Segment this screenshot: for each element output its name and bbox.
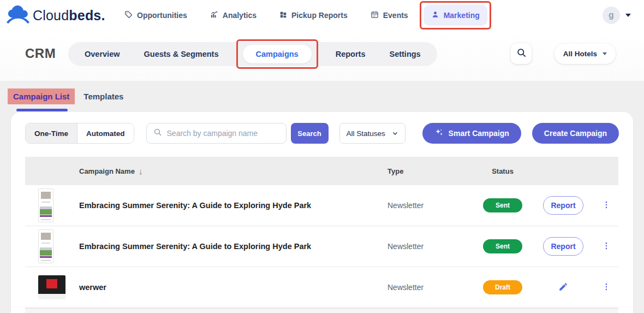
smart-campaign-button[interactable]: Smart Campaign [422,123,521,144]
nav-item-pickup-reports[interactable]: Pickup Reports [272,5,355,26]
active-subtab-underline [16,109,68,111]
nav-item-marketing[interactable]: Marketing [424,5,487,26]
status-filter-select[interactable]: All Statuses [339,123,406,144]
sort-descending-icon: ↓ [139,167,143,176]
tag-icon [124,10,133,20]
kebab-cell [594,280,618,296]
cloudbeds-cloud-icon [5,3,31,27]
campaign-name: werwer [79,283,374,292]
action-cell: Report [533,237,594,256]
search-button[interactable]: Search [291,123,329,144]
subtab-bar: Campaign List Templates [13,88,123,104]
tab-campaigns[interactable]: Campaigns [243,45,312,63]
create-campaign-button[interactable]: Create Campaign [532,123,619,144]
nav-label-marketing: Marketing [444,11,480,20]
table-footer-strip [25,308,618,313]
row-menu-button[interactable] [599,239,613,255]
tab-guests-segments[interactable]: Guests & Segments [144,50,219,58]
user-menu: g [603,7,631,24]
campaign-search-box [146,123,287,144]
report-button[interactable]: Report [543,196,583,215]
campaign-type: Newsletter [374,242,473,251]
status-filter-value: All Statuses [347,129,385,138]
crm-header-band: CRM Overview Guests & Segments Campaigns… [0,31,644,81]
row-menu-button[interactable] [599,198,613,214]
calendar-icon [371,10,379,20]
campaign-name-header-label: Campaign Name [79,167,135,175]
campaign-thumbnail [38,275,65,299]
grid-icon [279,11,287,20]
edit-button[interactable] [556,280,570,296]
status-cell: Sent [473,239,533,253]
action-cell [533,280,594,296]
status-cell: Sent [473,198,533,212]
tab-overview[interactable]: Overview [85,50,120,58]
table-header-row: Campaign Name ↓ Type Status [25,157,618,185]
campaign-name: Embracing Summer Serenity: A Guide to Ex… [79,201,374,210]
column-header-type: Type [374,167,473,175]
column-header-campaign-name[interactable]: Campaign Name ↓ [79,167,374,176]
nav-label-opportunities: Opportunities [137,11,187,20]
content-area: Campaign List Templates One-Time Automat… [0,81,644,313]
global-search-button[interactable] [511,43,532,64]
search-icon [516,48,527,60]
column-header-status: Status [473,167,533,175]
tab-settings[interactable]: Settings [389,50,420,58]
table-row[interactable]: werwer Newsletter Draft [25,267,618,308]
table-body: Embracing Summer Serenity: A Guide to Ex… [25,185,618,308]
toggle-automated[interactable]: Automated [77,123,134,143]
cloudbeds-logo[interactable]: Cloudbeds. [5,3,112,27]
cloudbeds-crm-screen: Cloudbeds. Opportunities [0,0,644,313]
campaign-type: Newsletter [374,283,473,292]
report-button[interactable]: Report [543,237,583,256]
top-nav-items: Opportunities Analytics [117,5,487,26]
subtab-campaign-list[interactable]: Campaign List [8,88,75,104]
filter-toolbar: One-Time Automated Search All Statuses [25,123,619,144]
table-row[interactable]: Embracing Summer Serenity: A Guide to Ex… [25,185,618,226]
nav-item-events[interactable]: Events [363,5,416,26]
thumbnail-cell [25,229,79,263]
campaign-thumbnail [38,229,53,263]
user-menu-caret-icon[interactable] [625,14,631,17]
nav-label-analytics: Analytics [223,11,257,20]
kebab-menu-icon [601,282,611,293]
action-cell: Report [533,196,594,215]
kebab-menu-icon [601,241,611,252]
cloudbeds-wordmark: Cloudbeds. [33,8,105,23]
tab-campaigns-label: Campaigns [256,50,299,58]
crm-tab-bar: Overview Guests & Segments Campaigns Rep… [68,42,437,66]
row-menu-button[interactable] [599,280,613,296]
kebab-cell [594,239,618,255]
campaign-thumbnail [38,188,53,222]
nav-label-events: Events [383,11,408,20]
status-badge: Sent [483,239,522,253]
kebab-cell [594,198,618,214]
kebab-menu-icon [601,200,611,211]
status-badge: Draft [483,280,522,294]
nav-item-analytics[interactable]: Analytics [202,5,264,26]
table-row[interactable]: Embracing Summer Serenity: A Guide to Ex… [25,226,618,267]
user-avatar[interactable]: g [603,7,620,24]
smart-campaign-label: Smart Campaign [449,129,509,138]
tab-reports[interactable]: Reports [336,50,366,58]
status-badge: Sent [483,198,522,212]
chevron-down-icon [603,52,607,55]
campaign-table: Campaign Name ↓ Type Status Embracing Su… [25,157,618,308]
top-navigation-bar: Cloudbeds. Opportunities [0,0,644,31]
person-icon [431,10,439,20]
campaign-search-input[interactable] [167,129,279,138]
nav-item-opportunities[interactable]: Opportunities [117,5,195,26]
pencil-icon [558,282,568,293]
campaign-type: Newsletter [374,201,473,210]
campaign-list-card: One-Time Automated Search All Statuses [11,112,633,313]
nav-label-pickup-reports: Pickup Reports [291,11,348,20]
page-title: CRM [25,46,56,61]
campaign-name: Embracing Summer Serenity: A Guide to Ex… [79,242,374,251]
hotel-selector-value: All Hotels [563,50,597,58]
thumbnail-cell [25,188,79,222]
hotel-selector-dropdown[interactable]: All Hotels [554,44,616,64]
subtab-templates[interactable]: Templates [84,88,123,104]
status-cell: Draft [473,280,533,294]
search-icon [153,128,162,139]
toggle-one-time[interactable]: One-Time [26,123,77,143]
